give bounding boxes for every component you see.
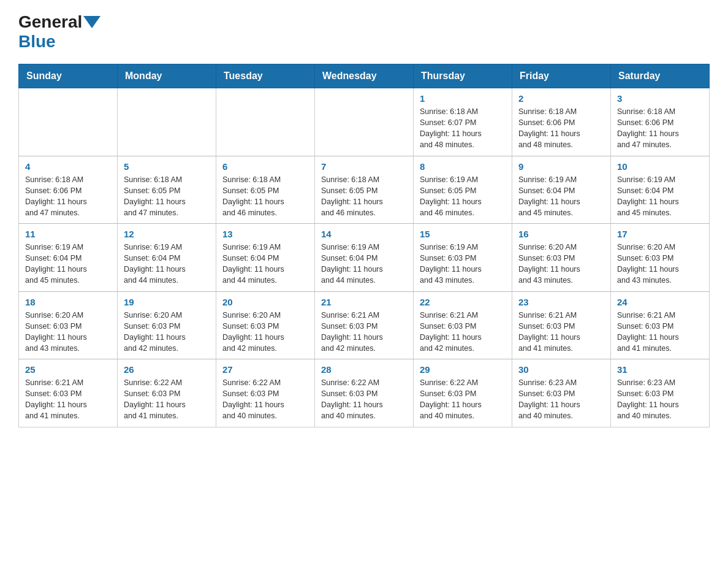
calendar-cell: 25Sunrise: 6:21 AM Sunset: 6:03 PM Dayli… bbox=[19, 359, 118, 427]
weekday-header-saturday: Saturday bbox=[611, 64, 710, 88]
day-sun-info: Sunrise: 6:19 AM Sunset: 6:04 PM Dayligh… bbox=[321, 242, 407, 286]
day-number: 14 bbox=[321, 229, 407, 239]
day-sun-info: Sunrise: 6:18 AM Sunset: 6:06 PM Dayligh… bbox=[518, 106, 604, 151]
calendar-cell: 1Sunrise: 6:18 AM Sunset: 6:07 PM Daylig… bbox=[414, 88, 512, 156]
calendar-cell: 29Sunrise: 6:22 AM Sunset: 6:03 PM Dayli… bbox=[414, 359, 512, 427]
day-number: 13 bbox=[222, 229, 308, 239]
calendar-cell: 14Sunrise: 6:19 AM Sunset: 6:04 PM Dayli… bbox=[315, 224, 414, 292]
day-sun-info: Sunrise: 6:18 AM Sunset: 6:05 PM Dayligh… bbox=[124, 174, 210, 219]
logo-triangle-icon bbox=[83, 16, 100, 28]
calendar-cell: 13Sunrise: 6:19 AM Sunset: 6:04 PM Dayli… bbox=[216, 224, 315, 292]
calendar-cell: 12Sunrise: 6:19 AM Sunset: 6:04 PM Dayli… bbox=[118, 224, 216, 292]
day-number: 27 bbox=[222, 364, 308, 375]
calendar-cell: 5Sunrise: 6:18 AM Sunset: 6:05 PM Daylig… bbox=[118, 156, 216, 224]
day-number: 25 bbox=[25, 364, 111, 375]
calendar-week-row: 4Sunrise: 6:18 AM Sunset: 6:06 PM Daylig… bbox=[19, 156, 710, 224]
calendar-cell: 3Sunrise: 6:18 AM Sunset: 6:06 PM Daylig… bbox=[611, 88, 710, 156]
day-number: 6 bbox=[222, 161, 308, 172]
day-sun-info: Sunrise: 6:22 AM Sunset: 6:03 PM Dayligh… bbox=[420, 377, 506, 422]
calendar-cell: 19Sunrise: 6:20 AM Sunset: 6:03 PM Dayli… bbox=[118, 291, 216, 359]
day-number: 7 bbox=[321, 161, 407, 172]
day-number: 1 bbox=[420, 93, 506, 104]
day-number: 22 bbox=[420, 297, 506, 307]
day-number: 26 bbox=[124, 364, 210, 375]
weekday-header-friday: Friday bbox=[512, 64, 611, 88]
day-sun-info: Sunrise: 6:23 AM Sunset: 6:03 PM Dayligh… bbox=[518, 377, 604, 422]
day-number: 18 bbox=[25, 297, 111, 307]
weekday-header-sunday: Sunday bbox=[19, 64, 118, 88]
calendar-cell: 17Sunrise: 6:20 AM Sunset: 6:03 PM Dayli… bbox=[611, 224, 710, 292]
calendar-cell: 30Sunrise: 6:23 AM Sunset: 6:03 PM Dayli… bbox=[512, 359, 611, 427]
calendar-cell: 21Sunrise: 6:21 AM Sunset: 6:03 PM Dayli… bbox=[315, 291, 414, 359]
calendar-cell: 23Sunrise: 6:21 AM Sunset: 6:03 PM Dayli… bbox=[512, 291, 611, 359]
weekday-header-row: SundayMondayTuesdayWednesdayThursdayFrid… bbox=[19, 64, 710, 88]
day-number: 19 bbox=[124, 297, 210, 307]
day-number: 23 bbox=[518, 297, 604, 307]
day-sun-info: Sunrise: 6:22 AM Sunset: 6:03 PM Dayligh… bbox=[321, 377, 407, 422]
day-number: 29 bbox=[420, 364, 506, 375]
day-sun-info: Sunrise: 6:22 AM Sunset: 6:03 PM Dayligh… bbox=[222, 377, 308, 422]
day-sun-info: Sunrise: 6:18 AM Sunset: 6:06 PM Dayligh… bbox=[25, 174, 111, 219]
day-sun-info: Sunrise: 6:21 AM Sunset: 6:03 PM Dayligh… bbox=[518, 310, 604, 354]
calendar-table: SundayMondayTuesdayWednesdayThursdayFrid… bbox=[18, 64, 710, 427]
logo-general-text: General bbox=[18, 12, 82, 32]
weekday-header-thursday: Thursday bbox=[414, 64, 512, 88]
calendar-cell: 10Sunrise: 6:19 AM Sunset: 6:04 PM Dayli… bbox=[611, 156, 710, 224]
day-sun-info: Sunrise: 6:21 AM Sunset: 6:03 PM Dayligh… bbox=[617, 310, 703, 354]
day-number: 3 bbox=[617, 93, 703, 104]
day-sun-info: Sunrise: 6:19 AM Sunset: 6:04 PM Dayligh… bbox=[617, 174, 703, 219]
day-sun-info: Sunrise: 6:19 AM Sunset: 6:04 PM Dayligh… bbox=[25, 242, 111, 286]
calendar-week-row: 1Sunrise: 6:18 AM Sunset: 6:07 PM Daylig… bbox=[19, 88, 710, 156]
calendar-cell: 31Sunrise: 6:23 AM Sunset: 6:03 PM Dayli… bbox=[611, 359, 710, 427]
day-number: 30 bbox=[518, 364, 604, 375]
day-sun-info: Sunrise: 6:18 AM Sunset: 6:05 PM Dayligh… bbox=[321, 174, 407, 219]
day-sun-info: Sunrise: 6:18 AM Sunset: 6:05 PM Dayligh… bbox=[222, 174, 308, 219]
day-number: 16 bbox=[518, 229, 604, 239]
calendar-cell: 15Sunrise: 6:19 AM Sunset: 6:03 PM Dayli… bbox=[414, 224, 512, 292]
day-sun-info: Sunrise: 6:19 AM Sunset: 6:03 PM Dayligh… bbox=[420, 242, 506, 286]
day-sun-info: Sunrise: 6:18 AM Sunset: 6:07 PM Dayligh… bbox=[420, 106, 506, 151]
day-sun-info: Sunrise: 6:18 AM Sunset: 6:06 PM Dayligh… bbox=[617, 106, 703, 151]
calendar-cell: 24Sunrise: 6:21 AM Sunset: 6:03 PM Dayli… bbox=[611, 291, 710, 359]
day-sun-info: Sunrise: 6:20 AM Sunset: 6:03 PM Dayligh… bbox=[25, 310, 111, 354]
day-number: 5 bbox=[124, 161, 210, 172]
calendar-week-row: 25Sunrise: 6:21 AM Sunset: 6:03 PM Dayli… bbox=[19, 359, 710, 427]
day-sun-info: Sunrise: 6:23 AM Sunset: 6:03 PM Dayligh… bbox=[617, 377, 703, 422]
day-number: 21 bbox=[321, 297, 407, 307]
calendar-cell: 8Sunrise: 6:19 AM Sunset: 6:05 PM Daylig… bbox=[414, 156, 512, 224]
calendar-cell: 16Sunrise: 6:20 AM Sunset: 6:03 PM Dayli… bbox=[512, 224, 611, 292]
page-header: General Blue bbox=[18, 12, 710, 52]
day-sun-info: Sunrise: 6:19 AM Sunset: 6:05 PM Dayligh… bbox=[420, 174, 506, 219]
day-sun-info: Sunrise: 6:20 AM Sunset: 6:03 PM Dayligh… bbox=[617, 242, 703, 286]
calendar-cell: 22Sunrise: 6:21 AM Sunset: 6:03 PM Dayli… bbox=[414, 291, 512, 359]
calendar-cell: 18Sunrise: 6:20 AM Sunset: 6:03 PM Dayli… bbox=[19, 291, 118, 359]
day-number: 31 bbox=[617, 364, 703, 375]
calendar-cell: 2Sunrise: 6:18 AM Sunset: 6:06 PM Daylig… bbox=[512, 88, 611, 156]
calendar-cell bbox=[19, 88, 118, 156]
calendar-cell: 4Sunrise: 6:18 AM Sunset: 6:06 PM Daylig… bbox=[19, 156, 118, 224]
calendar-cell: 20Sunrise: 6:20 AM Sunset: 6:03 PM Dayli… bbox=[216, 291, 315, 359]
day-number: 4 bbox=[25, 161, 111, 172]
day-sun-info: Sunrise: 6:19 AM Sunset: 6:04 PM Dayligh… bbox=[222, 242, 308, 286]
calendar-cell bbox=[216, 88, 315, 156]
day-sun-info: Sunrise: 6:19 AM Sunset: 6:04 PM Dayligh… bbox=[124, 242, 210, 286]
logo-blue-text: Blue bbox=[18, 32, 56, 51]
day-sun-info: Sunrise: 6:21 AM Sunset: 6:03 PM Dayligh… bbox=[420, 310, 506, 354]
day-sun-info: Sunrise: 6:22 AM Sunset: 6:03 PM Dayligh… bbox=[124, 377, 210, 422]
calendar-cell bbox=[315, 88, 414, 156]
day-number: 24 bbox=[617, 297, 703, 307]
day-number: 15 bbox=[420, 229, 506, 239]
calendar-week-row: 11Sunrise: 6:19 AM Sunset: 6:04 PM Dayli… bbox=[19, 224, 710, 292]
day-number: 20 bbox=[222, 297, 308, 307]
calendar-cell: 26Sunrise: 6:22 AM Sunset: 6:03 PM Dayli… bbox=[118, 359, 216, 427]
weekday-header-tuesday: Tuesday bbox=[216, 64, 315, 88]
day-sun-info: Sunrise: 6:20 AM Sunset: 6:03 PM Dayligh… bbox=[222, 310, 308, 354]
day-number: 28 bbox=[321, 364, 407, 375]
day-sun-info: Sunrise: 6:20 AM Sunset: 6:03 PM Dayligh… bbox=[124, 310, 210, 354]
day-number: 11 bbox=[25, 229, 111, 239]
calendar-cell: 27Sunrise: 6:22 AM Sunset: 6:03 PM Dayli… bbox=[216, 359, 315, 427]
calendar-cell: 9Sunrise: 6:19 AM Sunset: 6:04 PM Daylig… bbox=[512, 156, 611, 224]
calendar-cell: 28Sunrise: 6:22 AM Sunset: 6:03 PM Dayli… bbox=[315, 359, 414, 427]
calendar-cell: 6Sunrise: 6:18 AM Sunset: 6:05 PM Daylig… bbox=[216, 156, 315, 224]
day-number: 9 bbox=[518, 161, 604, 172]
